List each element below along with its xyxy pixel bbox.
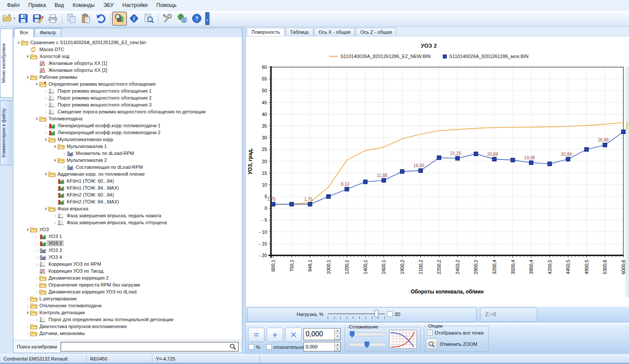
expander-closed-icon[interactable]: › [34,282,39,287]
right-edge-scrollbar[interactable] [626,67,629,297]
add-button[interactable]: + [267,328,283,342]
data-point[interactable] [474,152,478,156]
expander-open-icon[interactable]: ∨ [25,227,30,232]
data-point[interactable] [326,195,330,199]
multiply-button[interactable]: ✕ [285,328,302,342]
tree-item[interactable]: ∨УОЗ [15,226,242,233]
expander-closed-icon[interactable]: › [34,275,39,280]
tree-item[interactable]: ∨Мультипликатив 2 [15,157,242,164]
menu-item-Команды[interactable]: Команды [68,1,99,10]
set-equal-button[interactable]: = [248,328,265,342]
expander-closed-icon[interactable]: › [25,296,30,301]
zoom-preview-button[interactable] [142,12,156,26]
chart-tab-2[interactable]: Таблица [285,28,313,36]
chart-tab-1[interactable]: Поверхность [247,28,285,36]
data-point[interactable] [271,202,275,206]
panel-splitter[interactable] [242,27,245,354]
tree-item[interactable]: KFilm1 (ТОЖ: 60...84) [15,177,242,184]
smoothing-thumb-2[interactable] [364,341,369,348]
expander-closed-icon[interactable]: › [34,248,39,253]
data-point[interactable] [400,170,404,174]
smoothing-thumb-1[interactable] [350,331,355,338]
value-input[interactable] [304,329,334,340]
tree-item[interactable]: ›Множитель по dLoad-RPM [15,150,242,157]
tree-item[interactable]: ›Порог режима мощностного обогащения 3 [15,101,242,108]
expander-closed-icon[interactable]: › [34,241,39,246]
data-point[interactable] [584,148,588,151]
undo-button[interactable] [94,12,108,26]
tree-tab-filter[interactable]: Фильтр [34,28,61,37]
help-button[interactable]: ? [190,12,204,26]
tree-item[interactable]: ›Линеаризующий коэфф.корр.топливоподачи … [15,122,242,129]
tree-item[interactable]: ›Диагностика пропусков воспламенения [15,323,242,330]
expander-closed-icon[interactable]: › [25,331,30,336]
tree-item[interactable]: KFilm2 (ТОЖ: 84...MAX) [15,198,242,205]
tree-item[interactable]: ›УОЗ 4 [15,254,242,261]
expander-open-icon[interactable]: ∨ [34,82,39,86]
data-point[interactable] [529,161,533,164]
checkbox-show-all-points[interactable]: ✓ [427,330,432,335]
menu-item-Файл[interactable]: Файл [3,1,24,10]
tree-item[interactable]: ›Фаза завершения впрыска, педаль отпущен… [15,219,242,226]
expander-closed-icon[interactable]: › [61,151,67,156]
tree-item[interactable]: ›Датчики, механизмы [15,330,242,337]
tree-item[interactable]: ∨Мультипликатив 1 [15,143,242,150]
compare-charts-button[interactable] [112,12,127,26]
open-file-button[interactable]: ▾ [1,12,16,26]
side-tab-calibration-menu[interactable]: Меню калибровок [0,29,12,98]
data-point[interactable] [622,130,626,134]
expander-open-icon[interactable]: ∨ [25,310,30,315]
checkbox-percent[interactable] [248,344,254,350]
expander-closed-icon[interactable]: › [34,254,39,260]
expander-closed-icon[interactable]: › [61,164,67,170]
data-point[interactable] [566,157,570,161]
data-point[interactable] [308,202,312,206]
data-point[interactable] [419,169,423,173]
menu-item-Помощь[interactable]: Помощь [152,1,181,10]
toolbar-overflow-button[interactable]: ▾ [205,12,210,25]
tree-item[interactable]: ›УОЗ 1 [15,233,242,240]
expander-open-icon[interactable]: ∨ [16,40,21,45]
expander-closed-icon[interactable]: › [25,324,30,329]
expander-closed-icon[interactable]: › [34,289,39,294]
expander-closed-icon[interactable]: › [34,261,39,267]
tree-item[interactable]: ∨Топливоподача [15,115,242,122]
data-point[interactable] [345,187,349,191]
checkbox-3d[interactable] [387,311,393,317]
tree-item[interactable]: ∨Холостой ход [15,53,242,60]
tree-item[interactable]: ∨Контроль детонации [15,309,242,316]
tree-item[interactable]: ›Составляющая по dLoad-RPM [15,164,242,171]
tree-item[interactable]: ∨Мультипликативная корр. [15,136,242,143]
expander-closed-icon[interactable]: › [52,220,58,225]
expander-closed-icon[interactable]: › [43,123,48,128]
chart-tab-4[interactable]: Ось Z - общая [355,28,397,36]
tree-item[interactable]: ›Ограничение прироста RPM без нагрузки [15,281,242,288]
tree-item[interactable]: ›Порог режима мощностного обогащения 2 [15,94,242,101]
save-edit-button[interactable] [31,12,45,26]
expander-open-icon[interactable]: ∨ [25,75,30,79]
info-button[interactable]: i [127,12,142,26]
tree-item[interactable]: Желаемые обороты ХХ [2] [15,67,242,74]
load-slider-thumb[interactable] [374,310,378,317]
checkbox-relative[interactable] [266,344,272,350]
open-dropdown-caret[interactable]: ▾ [13,16,15,20]
expander-open-icon[interactable]: ∨ [52,144,58,148]
expander-open-icon[interactable]: ∨ [43,137,48,142]
tree-item[interactable]: KFilm2 (ТОЖ: 60...84) [15,191,242,198]
value-spinner-arrows[interactable]: ▲▼ [334,329,340,340]
tree-item[interactable]: ∨Рабочие режимы [15,74,242,81]
side-tab-file-comments[interactable]: Комментарии к файлу [0,100,12,165]
menu-item-Вид[interactable]: Вид [50,1,68,10]
expander-closed-icon[interactable]: › [43,109,48,114]
tree-item[interactable]: ›Порог режима мощностного обогащения 1 [15,87,242,94]
copy-button[interactable] [64,12,79,26]
expander-open-icon[interactable]: ∨ [43,172,48,176]
menu-item-Настройки[interactable]: Настройки [118,1,152,10]
data-point[interactable] [511,158,515,162]
expander-open-icon[interactable]: ∨ [52,158,58,162]
expander-closed-icon[interactable]: › [43,95,48,100]
data-point[interactable] [455,156,459,160]
data-point[interactable] [603,143,607,147]
smoothing-slider-1[interactable] [348,332,386,336]
tree-item[interactable]: ∨Сравнение с S110140026A_8201261286_E2_n… [15,39,242,46]
